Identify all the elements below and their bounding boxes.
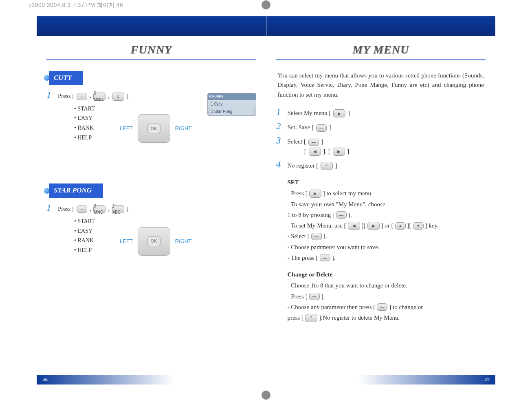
nav-right-icon: ▶ [309,190,321,198]
section-bar-starpong: STAR PONG [49,183,103,197]
text: ], [ [323,148,330,155]
step-4: 4 No register [ * ] [276,159,486,170]
softkey-icon: — [77,206,87,213]
press-label: Press [ [58,206,74,212]
softkey-icon: — [377,303,387,311]
page-title-right: MY MENU [266,43,496,56]
softkey-icon: — [308,139,319,146]
step-3: 3 Select [ — ] [ ◀ ], [ ▶ ] [276,135,486,156]
text: press [ [288,313,304,323]
step-number: 4 [276,159,288,169]
text: Select My menu [ [288,110,331,116]
text: ]. [321,292,325,301]
press-end: ] [126,93,128,99]
lcd-title: 6.Funny [208,93,256,100]
page-left: FUNNY CUTY 6.Funny 1 Cuty 2 Star Pong Ba… [37,11,266,389]
step-number: 1 [46,203,58,212]
page-number-right: 47 [484,376,490,383]
topbar-left [37,16,266,36]
text: ][ [362,221,366,230]
text: ]. [348,210,352,220]
nav-left-label: LEFT [120,124,133,133]
set-heading: SET [288,178,486,187]
comma: , [108,206,111,212]
step-1-starpong: 1 Press [ — , 6 MNO , 2 ABC ] [46,203,256,214]
text: 1 to 8 by pressing [ [288,210,334,220]
softkey-icon: — [309,293,320,300]
footer-right: 47 [358,375,496,385]
text: ] [329,124,331,130]
crop-mark-top [261,0,271,10]
comma: , [90,93,93,99]
text: - The press [ [288,253,318,263]
page-number-left: 46 [42,376,48,383]
text: - Press [ [288,189,308,198]
key-2-icon: 2 ABC [112,205,124,213]
text: - Choose any parameter then press [ [288,303,376,312]
detail-line: - The press [ — ]. [288,253,486,263]
nav-right-icon: ▶ [333,109,345,117]
text: No register [ [288,162,319,169]
text: ] to select my menu. [323,189,373,198]
softkey-icon: — [336,211,347,219]
nav-left-icon: ◀ [348,222,360,230]
footer-left: 46 [37,375,174,385]
crop-mark-bottom [261,390,271,400]
nav-right-icon: ▶ [333,148,345,156]
nav-left-label: LEFT [120,237,133,245]
detail-line: - Select [ — ]. [288,232,486,241]
text: - Select [ [288,232,310,241]
title-rule-left [46,59,256,60]
key-6-icon: 6 MNO [93,205,106,213]
nav-diagram-cuty: LEFT RIGHT [120,110,256,147]
text: ] key. [425,221,439,230]
step-text: Select [ — ] [ ◀ ], [ ▶ ] [288,135,486,156]
step-text: Select My menu [ ▶ ] [288,107,486,118]
page-spread: FUNNY CUTY 6.Funny 1 Cuty 2 Star Pong Ba… [37,11,495,389]
nav-left-icon: ◀ [309,148,321,156]
step-text: No register [ * ] [288,159,486,170]
text: ] [335,162,337,169]
softkey-icon: — [311,233,322,240]
text: - To set My Menu, use [ [288,221,346,230]
change-heading: Change or Delete [288,270,486,279]
text: ]. [323,232,327,241]
step-text: Press [ — , 6 MNO , 2 ABC ] [58,203,256,214]
detail-line: - To save your own "My Menu", choose [288,200,486,209]
softkey-icon: — [320,254,330,261]
section-bar-cuty: CUTY [49,71,83,85]
text: Select [ [288,138,306,145]
step-number: 2 [276,121,288,131]
text: ][ [407,221,411,230]
content-right: You can select my menu that allows you t… [266,71,496,323]
softkey-icon: — [316,124,327,132]
down-key-icon: ▼ [413,222,424,230]
step-number: 1 [46,90,58,99]
text: ]:No register to delete My Menu. [319,313,400,323]
text: ] or [ [381,221,394,230]
text: ] [347,148,349,155]
text: ] to change or [389,303,423,312]
detail-line: 1 to 8 by pressing [ — ]. [288,210,486,220]
title-rule-right [276,59,486,60]
detail-line: - Press [ ▶ ] to select my menu. [288,189,486,198]
key-1-icon: 1 [112,93,124,101]
star-key-icon: * [305,314,317,322]
text: [ [304,148,306,155]
press-end: ] [126,206,128,212]
page-right: MY MENU You can select my menu that allo… [266,11,496,389]
detail-line: - Choose 1to 8 that you want to change o… [288,281,486,290]
text: Set, Save [ [288,124,314,130]
step-2: 2 Set, Save [ — ] [276,121,486,132]
text: ] [321,138,323,145]
detail-line: - Choose parameter you want to save. [288,243,486,252]
step-1: 1 Select My menu [ ▶ ] [276,107,486,118]
lcd-row: 1 Cuty [210,101,253,108]
step-number: 3 [276,135,288,145]
dpad-icon [138,114,170,143]
detail-line: - Choose any parameter then press [ — ] … [288,303,486,312]
comma: , [108,93,111,99]
intro-text: You can select my menu that allows you t… [278,71,484,99]
nav-right-label: RIGHT [175,237,191,245]
topbar-right [266,16,496,36]
